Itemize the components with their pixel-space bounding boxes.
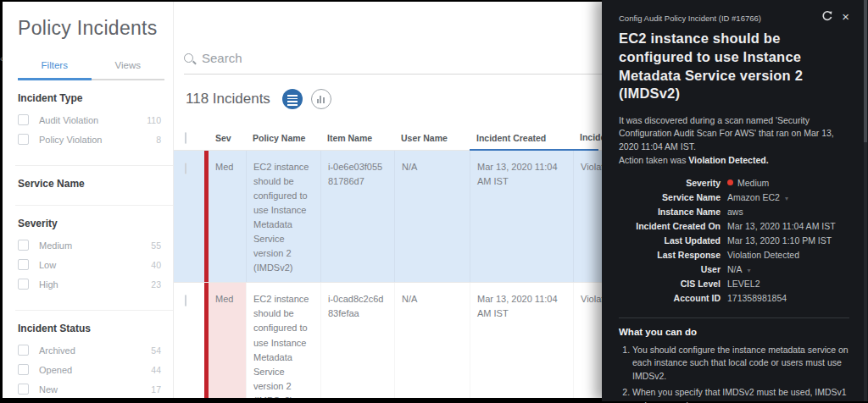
policy-name-cell[interactable]: EC2 instance should be configured to use… bbox=[246, 283, 320, 398]
filter-count: 8 bbox=[156, 135, 161, 145]
table-row[interactable]: Med EC2 instance should be configured to… bbox=[174, 283, 602, 398]
section-title: Service Name bbox=[18, 178, 161, 190]
results-header: 118 Incidents bbox=[186, 89, 331, 109]
filter-medium[interactable]: Medium 55 bbox=[18, 240, 161, 251]
refresh-icon[interactable] bbox=[821, 10, 833, 25]
search-input[interactable] bbox=[202, 51, 456, 65]
incident-detail-panel: Config Audit Policy Incident (ID #16766)… bbox=[602, 0, 868, 401]
checkbox[interactable] bbox=[18, 279, 29, 290]
detail-last-response: Last Response Violation Detected bbox=[619, 248, 849, 262]
action-taken-value: Violation Detected. bbox=[688, 155, 768, 165]
created-on-cell: Mar 13, 2020 11:04 AM IST bbox=[470, 151, 573, 282]
section-title: Incident Status bbox=[18, 323, 161, 334]
section-service-name[interactable]: Service Name bbox=[15, 166, 173, 206]
filter-count: 44 bbox=[151, 365, 161, 375]
filter-policy-violation[interactable]: Policy Violation 8 bbox=[18, 134, 161, 145]
filter-count: 54 bbox=[151, 345, 161, 356]
policy-name-cell[interactable]: EC2 instance should be configured to use… bbox=[246, 151, 320, 282]
created-on-cell: Mar 13, 2020 11:04 AM IST bbox=[470, 283, 573, 398]
bar-chart-icon bbox=[317, 96, 326, 103]
filter-count: 23 bbox=[151, 279, 161, 290]
checkbox[interactable] bbox=[18, 134, 29, 145]
filter-opened[interactable]: Opened 44 bbox=[18, 364, 161, 375]
sidebar-tabs: Filters Views bbox=[18, 60, 164, 80]
filters-sidebar: Policy Incidents Filters Views Incident … bbox=[3, 2, 174, 398]
filter-low[interactable]: Low 40 bbox=[18, 259, 161, 270]
col-sev[interactable]: Sev bbox=[209, 133, 246, 143]
detail-last-updated: Last Updated Mar 13, 2020 1:10 PM IST bbox=[619, 234, 849, 248]
col-user-name[interactable]: User Name bbox=[394, 133, 470, 143]
incident-details-list: Severity Medium Service Name Amazon EC2▾… bbox=[619, 176, 849, 306]
remediation-step: When you specify that IMDSv2 must be use… bbox=[632, 386, 849, 403]
incident-id-label: Config Audit Policy Incident (ID #16766) bbox=[619, 10, 813, 23]
row-checkbox[interactable] bbox=[185, 295, 186, 306]
incident-title: EC2 instance should be configured to use… bbox=[619, 30, 849, 103]
tab-views[interactable]: Views bbox=[92, 60, 165, 79]
list-icon bbox=[287, 95, 298, 108]
col-incident-created-on[interactable]: Incident Created On↓ bbox=[470, 125, 573, 151]
section-incident-status: Incident Status Archived 54 Opened 44 Ne… bbox=[15, 311, 173, 398]
chart-view-toggle[interactable] bbox=[311, 89, 331, 109]
user-name-cell: N/A bbox=[394, 283, 470, 398]
checkbox[interactable] bbox=[18, 364, 29, 375]
detail-service-name: Service Name Amazon EC2▾ bbox=[619, 190, 849, 205]
severity-dot-icon bbox=[727, 179, 733, 185]
checkbox[interactable] bbox=[18, 345, 29, 356]
col-policy-name[interactable]: Policy Name bbox=[246, 133, 320, 143]
col-item-name[interactable]: Item Name bbox=[320, 133, 394, 143]
remediation-steps: You should configure the instance metada… bbox=[632, 344, 849, 403]
incident-count: 118 Incidents bbox=[186, 91, 270, 108]
incidents-main: 118 Incidents Sev Policy Name Item Name … bbox=[174, 2, 602, 398]
row-checkbox[interactable] bbox=[185, 163, 186, 174]
section-title: Severity bbox=[18, 218, 161, 229]
select-all-checkbox[interactable] bbox=[185, 132, 186, 144]
detail-instance-name: Instance Name aws bbox=[619, 205, 849, 219]
filter-audit-violation[interactable]: Audit Violation 110 bbox=[18, 114, 161, 125]
table-header-row: Sev Policy Name Item Name User Name Inci… bbox=[174, 125, 602, 151]
filter-high[interactable]: High 23 bbox=[18, 279, 161, 290]
detail-account-id: Account ID 171358981854 bbox=[619, 291, 849, 306]
page-title: Policy Incidents bbox=[18, 17, 173, 40]
sidebar-collapse-icon[interactable]: ‹ bbox=[0, 52, 3, 66]
incident-action-line: Action taken was Violation Detected. bbox=[619, 155, 849, 165]
search-bar bbox=[184, 51, 602, 75]
checkbox[interactable] bbox=[18, 240, 29, 251]
filter-count: 40 bbox=[151, 260, 161, 270]
user-name-cell: N/A bbox=[394, 151, 470, 282]
sev-cell: Med bbox=[209, 283, 246, 398]
filter-count: 17 bbox=[151, 384, 161, 395]
sev-cell: Med bbox=[209, 151, 246, 282]
list-view-toggle[interactable] bbox=[282, 89, 303, 109]
incident-table: Med EC2 instance should be configured to… bbox=[174, 151, 602, 398]
filter-count: 55 bbox=[151, 240, 161, 251]
detail-incident-created-on: Incident Created On Mar 13, 2020 11:04 A… bbox=[619, 219, 849, 234]
panel-scrollbar[interactable] bbox=[864, 0, 867, 401]
close-icon[interactable]: × bbox=[842, 10, 849, 23]
section-incident-type: Incident Type Audit Violation 110 Policy… bbox=[15, 80, 173, 166]
response-cell: Violation Detected bbox=[573, 151, 602, 282]
remediation-step: You should configure the instance metada… bbox=[632, 344, 849, 384]
checkbox[interactable] bbox=[18, 114, 29, 125]
filter-count: 110 bbox=[147, 115, 161, 125]
chevron-down-icon[interactable]: ▾ bbox=[785, 195, 788, 202]
what-you-can-do-heading: What you can do bbox=[619, 327, 849, 337]
section-severity: Severity Medium 55 Low 40 High 23 bbox=[15, 206, 173, 311]
col-incident-response[interactable]: Incident Response bbox=[573, 132, 602, 143]
table-row[interactable]: Med EC2 instance should be configured to… bbox=[174, 151, 602, 283]
divider bbox=[619, 317, 849, 318]
item-name-cell: i-0cad8c2c6d83fefaa bbox=[320, 283, 394, 398]
filter-new[interactable]: New 17 bbox=[18, 384, 161, 395]
search-icon bbox=[184, 53, 193, 63]
filter-archived[interactable]: Archived 54 bbox=[18, 345, 161, 356]
incident-description: It was discovered during a scan named 'S… bbox=[619, 114, 849, 153]
item-name-cell: i-0e6e03f05581786d7 bbox=[320, 151, 394, 282]
detail-severity: Severity Medium bbox=[619, 176, 849, 190]
detail-user: User N/A▾ bbox=[619, 262, 849, 277]
chevron-down-icon[interactable]: ▾ bbox=[748, 267, 751, 274]
checkbox[interactable] bbox=[18, 384, 29, 395]
tab-filters[interactable]: Filters bbox=[18, 60, 92, 80]
detail-cis-level: CIS Level LEVEL2 bbox=[619, 277, 849, 291]
section-title: Incident Type bbox=[18, 92, 161, 104]
checkbox[interactable] bbox=[18, 259, 29, 270]
response-cell: Violation Detected bbox=[573, 283, 602, 398]
